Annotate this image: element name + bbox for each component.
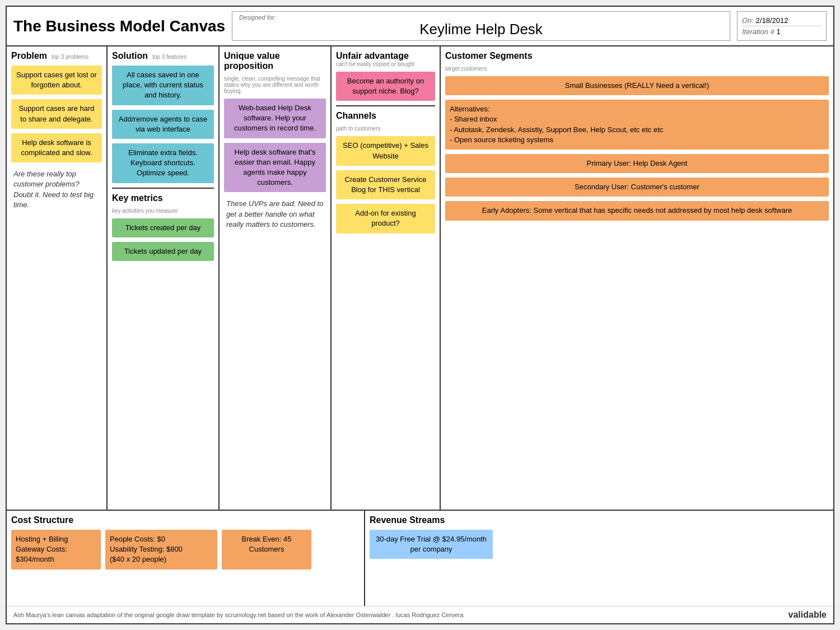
- segments-column: Customer Segments target customers Small…: [441, 46, 833, 510]
- unfair-top: Unfair advantage can't be easily copied …: [336, 51, 435, 106]
- unfair-column: Unfair advantage can't be easily copied …: [332, 46, 441, 510]
- header: The Business Model Canvas Designed for: …: [7, 7, 833, 46]
- channel-note-3: Add-on for existing product?: [336, 204, 435, 233]
- cost-note-3: Break Even: 45 Customers: [222, 530, 311, 570]
- cost-structure-section: Cost Structure Hosting + Billing Gateway…: [7, 511, 365, 606]
- footer: Ash Maurya's lean canvas adaptation of t…: [7, 606, 833, 623]
- key-metrics-section: Key metrics key activities you measure T…: [112, 193, 214, 506]
- cost-title: Cost Structure: [11, 515, 360, 525]
- segment-note-5: Early Adopters: Some vertical that has s…: [445, 201, 829, 220]
- uvp-note-1: Web-based Help Desk software. Help your …: [224, 99, 326, 138]
- key-metrics-header: Key metrics: [112, 193, 214, 203]
- segments-title: Customer Segments: [445, 51, 533, 61]
- segments-header: Customer Segments: [445, 51, 829, 61]
- solution-header: Solution top 3 features: [112, 51, 214, 61]
- solution-subtitle: top 3 features: [152, 54, 186, 60]
- segment-note-1: Small Businesses (REALLY Need a vertical…: [445, 76, 829, 95]
- segment-note-3: Primary User: Help Desk Agent: [445, 154, 829, 173]
- bottom-section: Cost Structure Hosting + Billing Gateway…: [7, 511, 833, 606]
- segment-note-4: Secondary User: Customer's customer: [445, 178, 829, 197]
- revenue-note-1: 30-day Free Trial @ $24.95/month per com…: [370, 530, 493, 559]
- key-metrics-title: Key metrics: [112, 193, 163, 203]
- header-center: Designed for: Keylime Help Desk: [232, 11, 730, 41]
- key-metric-2: Tickets updated per day: [112, 242, 214, 261]
- channel-note-2: Create Customer Service Blog for THIS ve…: [336, 170, 435, 199]
- solution-note-2: Add/remove agents to case via web interf…: [112, 110, 214, 139]
- designed-for-label: Designed for:: [239, 14, 723, 21]
- canvas-name: Keylime Help Desk: [239, 21, 723, 38]
- unfair-header: Unfair advantage: [336, 51, 435, 61]
- cost-items: Hosting + Billing Gateway Costs: $304/mo…: [11, 530, 360, 570]
- uvp-title: Unique value proposition: [224, 51, 326, 71]
- unfair-subtitle: can't be easily copied or bought: [336, 61, 435, 67]
- channels-title: Channels: [336, 111, 376, 121]
- uvp-subtitle: single, clean, compelling message that s…: [224, 76, 326, 94]
- solution-column: Solution top 3 features All cases saved …: [108, 46, 220, 510]
- key-metric-1: Tickets created per day: [112, 218, 214, 237]
- revenue-streams-section: Revenue Streams 30-day Free Trial @ $24.…: [365, 511, 833, 606]
- uvp-italic-note: These UVPs are bad. Need to get a better…: [224, 197, 326, 232]
- solution-note-1: All cases saved in one place, with curre…: [112, 66, 214, 105]
- channel-note-1: SEO (competitive) + Sales Website: [336, 136, 435, 165]
- segment-note-2: Alternatives: - Shared inbox - Autotask,…: [445, 100, 829, 150]
- unfair-note-1: Become an authority on support niche. Bl…: [336, 72, 435, 101]
- problem-subtitle: top 3 problems: [52, 54, 88, 60]
- uvp-column: Unique value proposition single, clean, …: [220, 46, 332, 510]
- unfair-title: Unfair advantage: [336, 51, 409, 61]
- iteration: Iteration # 1: [742, 26, 822, 37]
- problem-note-3: Help desk software is complicated and sl…: [11, 133, 102, 162]
- uvp-header: Unique value proposition: [224, 51, 326, 71]
- channels-section: Channels path to customers SEO (competit…: [336, 111, 435, 505]
- on-date: On: 2/18/2012: [742, 15, 822, 26]
- footer-credit: Ash Maurya's lean canvas adaptation of t…: [13, 612, 464, 618]
- revenue-title: Revenue Streams: [370, 515, 829, 525]
- problem-italic-note: Are these really top customer problems? …: [11, 167, 102, 212]
- solution-title: Solution: [112, 51, 148, 61]
- footer-logo: validable: [788, 610, 827, 620]
- solution-note-3: Eliminate extra fields. Keyboard shortcu…: [112, 143, 214, 183]
- channels-subtitle: path to customers: [336, 125, 435, 132]
- uvp-note-2: Help desk software that's easier than em…: [224, 143, 326, 193]
- cost-note-1: Hosting + Billing Gateway Costs: $304/mo…: [11, 530, 101, 570]
- key-metrics-subtitle: key activities you measure: [112, 208, 214, 214]
- main-grid: Problem top 3 problems Support cases get…: [7, 46, 833, 511]
- problem-header: Problem top 3 problems: [11, 51, 102, 61]
- channels-header: Channels: [336, 111, 435, 121]
- segments-subtitle: target customers: [445, 66, 829, 72]
- main-title: The Business Model Canvas: [13, 11, 225, 41]
- problem-note-2: Support cases are hard to share and dele…: [11, 99, 102, 128]
- solution-top: Solution top 3 features All cases saved …: [112, 51, 214, 189]
- header-right: On: 2/18/2012 Iteration # 1: [737, 11, 827, 41]
- problem-title: Problem: [11, 51, 47, 61]
- cost-note-2: People Costs: $0 Usability Testing: $800…: [105, 530, 217, 570]
- problem-note-1: Support cases get lost or forgotten abou…: [11, 66, 102, 95]
- problem-column: Problem top 3 problems Support cases get…: [7, 46, 108, 510]
